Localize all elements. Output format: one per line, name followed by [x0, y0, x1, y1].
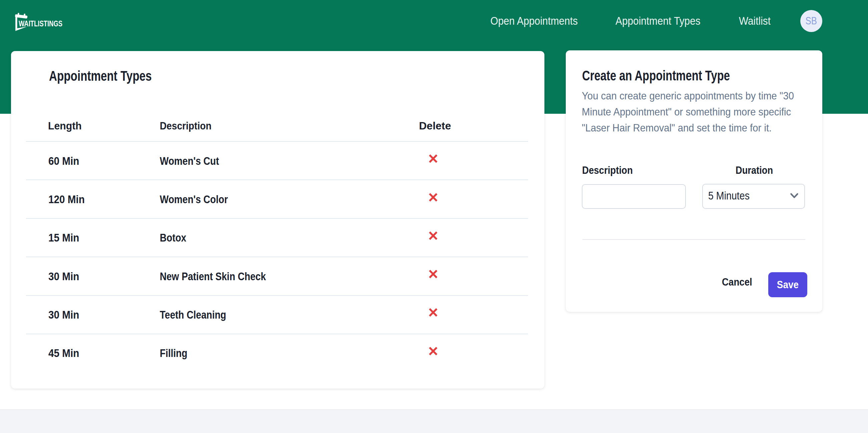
svg-text:WAITLISTINGS: WAITLISTINGS [19, 19, 62, 28]
